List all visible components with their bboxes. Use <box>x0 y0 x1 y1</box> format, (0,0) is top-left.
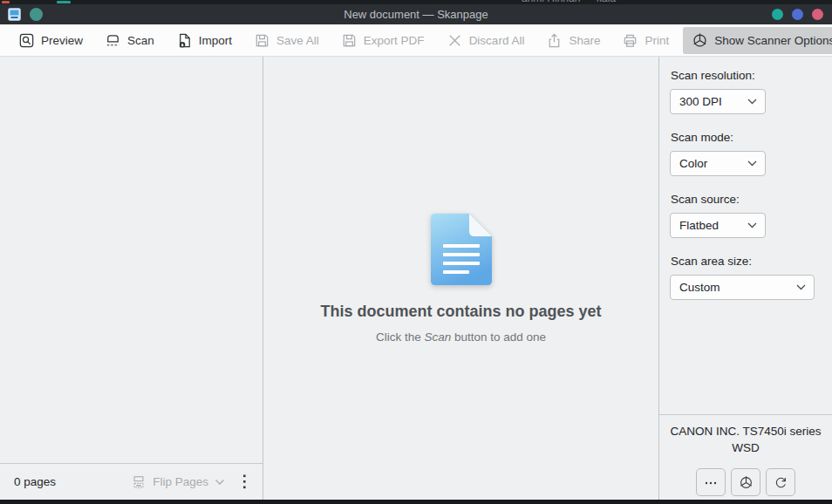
empty-state-subtitle: Click the Scan button to add one <box>376 330 546 344</box>
scan-source-value: Flatbed <box>679 219 719 232</box>
scan-resolution-label: Scan resolution: <box>671 69 822 82</box>
preview-button[interactable]: Preview <box>10 28 90 53</box>
page-list-empty-area <box>0 57 263 463</box>
scan-label: Scan <box>127 34 154 47</box>
export-pdf-icon <box>340 31 358 50</box>
share-icon <box>545 31 563 50</box>
import-label: Import <box>199 34 232 47</box>
close-button[interactable] <box>812 9 823 20</box>
gear-icon <box>738 474 754 491</box>
discard-all-button[interactable]: Discard All <box>439 28 532 53</box>
print-label: Print <box>644 34 669 47</box>
scan-mode-dropdown[interactable]: Color <box>670 151 766 176</box>
chevron-down-icon <box>215 479 225 486</box>
save-all-button[interactable]: Save All <box>246 28 326 53</box>
preview-label: Preview <box>41 34 83 47</box>
scan-area-size-dropdown[interactable]: Custom <box>670 275 815 300</box>
toolbar: Preview Scan Import Save All Exp <box>0 24 832 57</box>
window-title: New document — Skanpage <box>0 8 832 21</box>
document-view: This document contains no pages yet Clic… <box>263 57 658 500</box>
scan-source-dropdown[interactable]: Flatbed <box>670 213 766 238</box>
share-button[interactable]: Share <box>538 28 607 53</box>
empty-state-title: This document contains no pages yet <box>320 303 601 321</box>
chevron-down-icon <box>796 284 806 290</box>
preview-icon <box>17 31 36 50</box>
show-scanner-options-label: Show Scanner Options <box>714 34 832 47</box>
page-list-panel: 0 pages Flip Pages <box>0 57 263 500</box>
empty-document-icon <box>431 214 492 285</box>
scan-source-label: Scan source: <box>671 193 822 206</box>
scan-mode-value: Color <box>679 157 707 170</box>
scanner-options-icon <box>691 31 709 50</box>
scanner-icon <box>104 31 122 50</box>
scan-area-size-value: Custom <box>679 281 720 294</box>
save-all-label: Save All <box>276 34 319 47</box>
chevron-down-icon <box>747 99 757 105</box>
chevron-down-icon <box>747 160 757 167</box>
device-refresh-button[interactable] <box>766 468 795 496</box>
scanner-device-section: CANON INC. TS7450i series WSD <box>659 414 832 496</box>
flip-pages-button[interactable]: Flip Pages <box>131 474 225 490</box>
scan-resolution-value: 300 DPI <box>679 95 722 108</box>
import-button[interactable]: Import <box>168 28 239 53</box>
discard-all-label: Discard All <box>469 34 525 47</box>
scan-resolution-dropdown[interactable]: 300 DPI <box>670 89 766 114</box>
flip-pages-icon <box>131 474 147 490</box>
kebab-menu-icon <box>242 473 247 490</box>
chevron-down-icon <box>747 222 757 228</box>
save-icon <box>253 31 271 50</box>
window-bottom-edge <box>0 500 832 504</box>
discard-icon <box>446 31 464 50</box>
show-scanner-options-button[interactable]: Show Scanner Options <box>683 27 832 54</box>
flip-pages-label: Flip Pages <box>153 475 208 488</box>
scan-button[interactable]: Scan <box>97 28 161 53</box>
export-pdf-label: Export PDF <box>364 34 425 47</box>
page-list-statusbar: 0 pages Flip Pages <box>0 463 263 500</box>
scanner-options-panel: Scan resolution: 300 DPI Scan mode: Colo… <box>658 57 832 500</box>
device-more-button[interactable] <box>696 468 726 496</box>
print-icon <box>621 31 639 50</box>
background-icon-fragment <box>57 1 71 3</box>
scan-mode-label: Scan mode: <box>671 131 822 144</box>
minimize-button[interactable] <box>772 9 783 20</box>
device-settings-button[interactable] <box>731 468 760 496</box>
share-label: Share <box>569 34 600 47</box>
maximize-button[interactable] <box>792 9 803 20</box>
page-list-menu-button[interactable] <box>242 473 247 490</box>
pages-count: 0 pages <box>14 475 56 488</box>
ellipsis-icon <box>704 475 718 489</box>
background-icon-fragment <box>2 1 10 3</box>
import-icon <box>175 31 194 50</box>
print-button[interactable]: Print <box>614 28 676 53</box>
export-pdf-button[interactable]: Export PDF <box>333 28 432 53</box>
titlebar: New document — Skanpage <box>0 4 832 24</box>
refresh-icon <box>773 474 789 491</box>
scan-area-size-label: Scan area size: <box>671 255 822 268</box>
scanner-device-name: CANON INC. TS7450i series WSD <box>668 424 823 457</box>
